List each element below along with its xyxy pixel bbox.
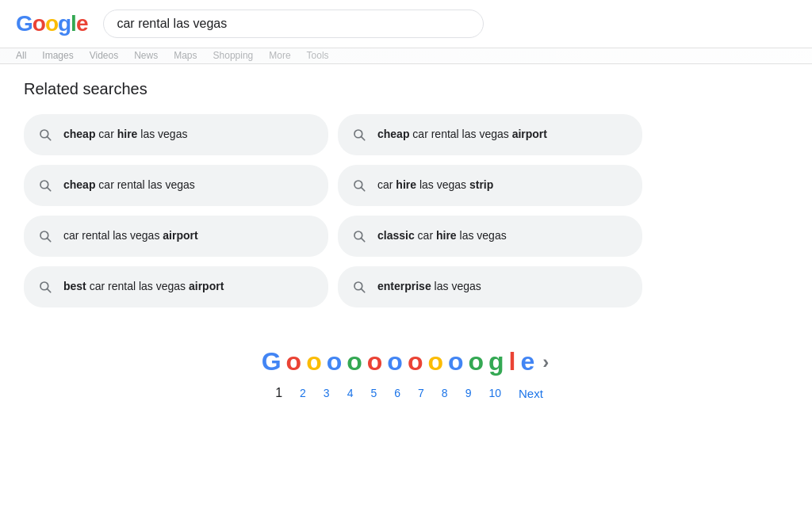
main-content: Related searches cheap car hire las vega…	[0, 64, 812, 435]
search-icon	[352, 128, 366, 142]
search-icon	[352, 178, 366, 193]
search-icon	[38, 280, 52, 294]
search-icon	[352, 280, 366, 294]
search-icon	[352, 229, 366, 243]
svg-line-15	[362, 289, 365, 292]
related-search-chip[interactable]: best car rental las vegas airport	[24, 266, 328, 307]
page-6-link[interactable]: 6	[388, 384, 407, 403]
page-2-link[interactable]: 2	[293, 384, 312, 403]
search-icon	[38, 128, 52, 142]
pagination-logo: Goooooooooogle ›	[262, 347, 551, 376]
page-4-link[interactable]: 4	[341, 384, 360, 403]
search-icon	[38, 229, 52, 243]
related-search-chip[interactable]: cheap car hire las vegas	[24, 114, 328, 155]
page-10-link[interactable]: 10	[482, 384, 508, 403]
chip-text: classic car hire las vegas	[377, 228, 507, 244]
page-8-link[interactable]: 8	[435, 384, 454, 403]
page-3-link[interactable]: 3	[317, 384, 336, 403]
tabs-bar: AllImagesVideosNewsMapsShoppingMoreTools	[0, 48, 812, 64]
next-button[interactable]: Next	[519, 387, 543, 400]
chevron-right-icon: ›	[542, 351, 550, 373]
header: Google	[0, 0, 812, 48]
chip-text: enterprise las vegas	[377, 279, 481, 295]
page-9-link[interactable]: 9	[459, 384, 478, 403]
related-search-chip[interactable]: enterprise las vegas	[338, 266, 642, 307]
current-page: 1	[269, 383, 289, 403]
search-bar[interactable]	[103, 10, 484, 38]
svg-line-1	[48, 137, 51, 140]
svg-line-11	[362, 239, 365, 242]
related-search-chip[interactable]: cheap car rental las vegas airport	[338, 114, 642, 155]
svg-line-5	[48, 188, 51, 191]
page-7-link[interactable]: 7	[412, 384, 431, 403]
related-search-chip[interactable]: classic car hire las vegas	[338, 216, 642, 257]
svg-line-3	[362, 137, 365, 140]
svg-line-13	[48, 289, 51, 292]
page-5-link[interactable]: 5	[364, 384, 383, 403]
pagination: Goooooooooogle › 1 2 3 4 5 6 7 8 9 10 Ne…	[24, 347, 788, 403]
chip-text: cheap car rental las vegas airport	[377, 127, 547, 143]
related-search-chip[interactable]: car rental las vegas airport	[24, 216, 328, 257]
page-numbers: 1 2 3 4 5 6 7 8 9 10 Next	[269, 383, 543, 403]
chip-text: best car rental las vegas airport	[63, 279, 224, 295]
search-input[interactable]	[117, 17, 470, 31]
related-searches-grid: cheap car hire las vegas cheap car renta…	[24, 114, 642, 307]
related-search-chip[interactable]: cheap car rental las vegas	[24, 165, 328, 206]
chip-text: cheap car rental las vegas	[63, 178, 195, 193]
related-search-chip[interactable]: car hire las vegas strip	[338, 165, 642, 206]
chip-text: car hire las vegas strip	[377, 178, 493, 193]
svg-line-7	[362, 188, 365, 191]
chip-text: cheap car hire las vegas	[63, 127, 187, 143]
chip-text: car rental las vegas airport	[63, 228, 198, 244]
section-title: Related searches	[24, 80, 788, 98]
svg-line-9	[48, 239, 51, 242]
search-icon	[38, 178, 52, 193]
google-logo[interactable]: Google	[16, 11, 87, 36]
